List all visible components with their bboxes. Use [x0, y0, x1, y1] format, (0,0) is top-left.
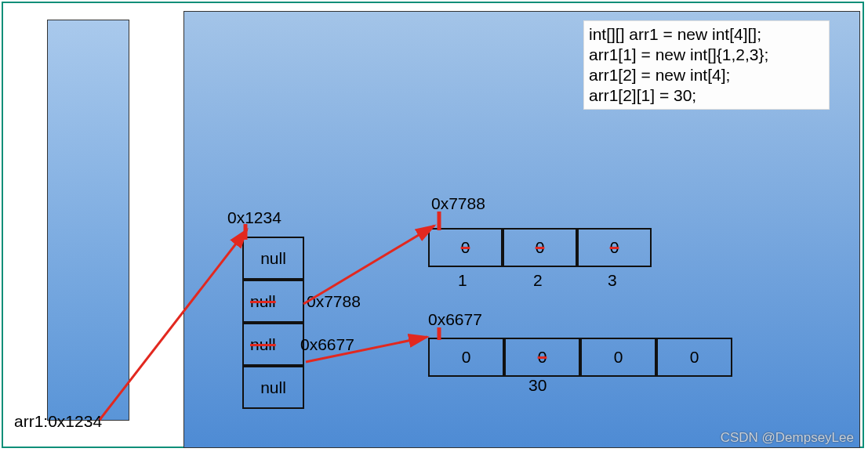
outer-cell-3: null: [242, 366, 304, 409]
arr6677-cell-1-old: 0: [538, 348, 547, 367]
arr6677-cell-2: 0: [580, 338, 656, 377]
stack-area: [47, 20, 129, 421]
code-line-4: arr1[2][1] = 30;: [589, 85, 824, 106]
arr6677-cell-1: 0: [504, 338, 580, 377]
outer-cell-1: null 0x7788: [242, 280, 304, 323]
outer-cell-0: null: [242, 237, 304, 280]
outer-cell-1-new: 0x7788: [307, 292, 361, 311]
arr6677-address: 0x6677: [428, 310, 482, 329]
outer-cell-2: null 0x6677: [242, 323, 304, 366]
code-line-1: int[][] arr1 = new int[4][];: [589, 24, 824, 45]
code-line-2: arr1[1] = new int[]{1,2,3};: [589, 45, 824, 65]
arr6677-cell-3: 0: [656, 338, 732, 377]
code-line-3: arr1[2] = new int[4];: [589, 65, 824, 85]
arr7788-cell-2-old: 0: [610, 238, 619, 257]
arr6677-cell-3-val: 0: [690, 348, 699, 367]
arr7788-address: 0x7788: [431, 194, 485, 213]
outer-cell-3-val: null: [260, 378, 286, 397]
arr6677-cell-2-val: 0: [614, 348, 623, 367]
outer-cell-1-old: null: [250, 292, 276, 311]
outer-cell-2-old: null: [250, 335, 276, 354]
arr7788-cell-0-new: 1: [458, 271, 467, 290]
arr7788-cell-1-old: 0: [536, 238, 545, 257]
watermark: CSDN @DempseyLee: [721, 430, 854, 446]
arr7788-cell-2: 0: [577, 228, 652, 267]
arr7788-cell-0-old: 0: [461, 238, 470, 257]
arr6677-cell-0-val: 0: [462, 348, 471, 367]
outer-array-address: 0x1234: [227, 208, 281, 227]
arr6677-cell-1-new: 30: [528, 376, 547, 395]
arr7788-cell-1-new: 2: [533, 271, 543, 290]
arr7788-cell-2-new: 3: [608, 271, 617, 290]
stack-var-label: arr1:0x1234: [14, 412, 102, 431]
arr6677-cell-0: 0: [428, 338, 504, 377]
arr7788-cell-0: 0: [428, 228, 503, 267]
arr7788-cell-1: 0: [503, 228, 577, 267]
outer-cell-0-val: null: [260, 249, 286, 268]
code-block: int[][] arr1 = new int[4][]; arr1[1] = n…: [583, 20, 830, 110]
outer-cell-2-new: 0x6677: [300, 335, 354, 354]
